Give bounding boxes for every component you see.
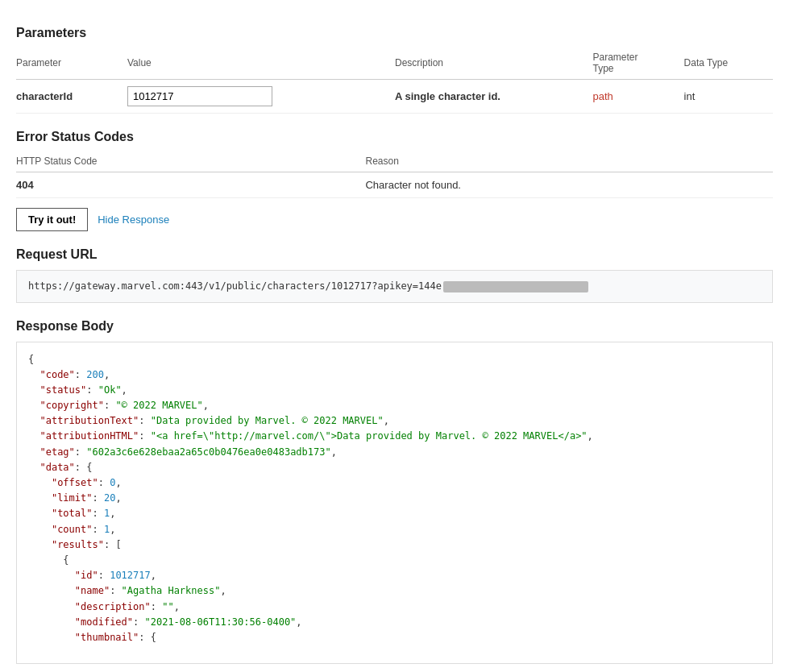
response-body-section: Response Body { "code": 200, "status": "… bbox=[16, 319, 773, 664]
parameters-title: Parameters bbox=[16, 26, 773, 40]
col-parameter-type: ParameterType bbox=[593, 48, 684, 80]
table-row: characterId A single character id. path … bbox=[16, 80, 773, 114]
request-url-section: Request URL https://gateway.marvel.com:4… bbox=[16, 247, 773, 303]
error-table: HTTP Status Code Reason 404 Character no… bbox=[16, 152, 773, 198]
param-description: A single character id. bbox=[395, 80, 593, 114]
character-id-input[interactable] bbox=[127, 86, 272, 106]
param-name: characterId bbox=[16, 80, 127, 114]
response-body-title: Response Body bbox=[16, 319, 773, 334]
param-value-cell bbox=[127, 80, 395, 114]
response-json: { "code": 200, "status": "Ok", "copyrigh… bbox=[28, 352, 761, 662]
col-reason: Reason bbox=[365, 152, 773, 172]
response-body-box[interactable]: { "code": 200, "status": "Ok", "copyrigh… bbox=[16, 342, 773, 664]
parameters-table: Parameter Value Description ParameterTyp… bbox=[16, 48, 773, 114]
parameters-section: Parameters Parameter Value Description P… bbox=[16, 26, 773, 114]
col-data-type: Data Type bbox=[684, 48, 773, 80]
hide-response-button[interactable]: Hide Response bbox=[98, 214, 169, 226]
col-http-status: HTTP Status Code bbox=[16, 152, 365, 172]
url-box: https://gateway.marvel.com:443/v1/public… bbox=[16, 270, 773, 303]
url-text: https://gateway.marvel.com:443/v1/public… bbox=[28, 280, 442, 292]
col-parameter: Parameter bbox=[16, 48, 127, 80]
request-url-title: Request URL bbox=[16, 247, 773, 262]
error-reason: Character not found. bbox=[365, 172, 773, 198]
try-it-out-button[interactable]: Try it out! bbox=[16, 208, 88, 231]
error-status-title: Error Status Codes bbox=[16, 130, 773, 144]
error-status-section: Error Status Codes HTTP Status Code Reas… bbox=[16, 130, 773, 231]
col-value: Value bbox=[127, 48, 395, 80]
error-code: 404 bbox=[16, 172, 365, 198]
col-description: Description bbox=[395, 48, 593, 80]
error-row: 404 Character not found. bbox=[16, 172, 773, 198]
url-blur bbox=[443, 281, 588, 292]
param-type: path bbox=[593, 80, 684, 114]
param-data-type: int bbox=[684, 80, 773, 114]
